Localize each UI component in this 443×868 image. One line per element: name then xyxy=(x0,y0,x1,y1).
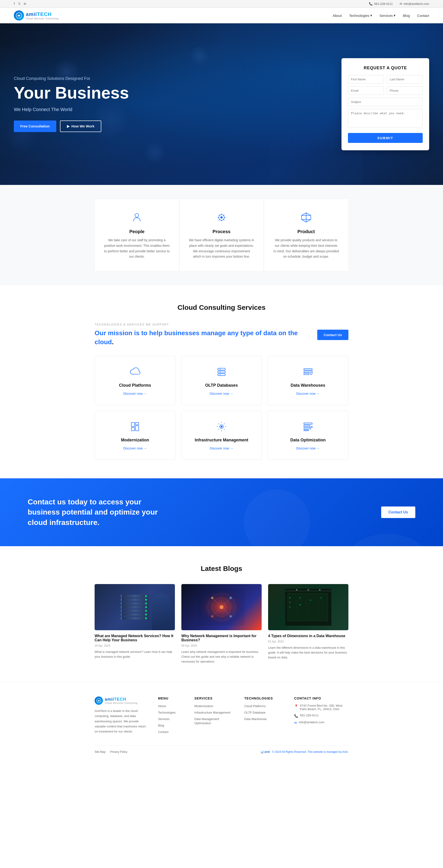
description-wrap xyxy=(348,109,423,128)
footer-menu-title: MENU xyxy=(158,696,185,700)
contact-us-button-1[interactable]: Contact Us xyxy=(317,330,348,340)
svg-rect-18 xyxy=(304,425,310,427)
svg-point-44 xyxy=(320,597,321,598)
footer-link-about[interactable]: About xyxy=(158,704,166,708)
service-modernization[interactable]: Modernization Discover now → xyxy=(95,411,176,460)
linkedin-icon[interactable]: in xyxy=(24,2,26,5)
last-name-input[interactable] xyxy=(387,75,423,84)
svg-point-1 xyxy=(18,15,20,17)
hero-tagline: We Help Connect The World xyxy=(14,107,152,112)
pillar-process: Process We have efficient digital market… xyxy=(179,199,264,271)
service-data-warehouses[interactable]: Data Warehouses Discover now → xyxy=(267,356,348,405)
svg-rect-6 xyxy=(218,371,225,373)
server-unit xyxy=(121,595,149,597)
footer-link-data-warehouse[interactable]: Data Warehouse xyxy=(244,717,267,721)
footer-menu-links: About Technologies Services Blog Contact xyxy=(158,704,185,734)
description-input[interactable] xyxy=(348,109,423,127)
nav-services[interactable]: Services ▾ xyxy=(380,13,396,18)
first-name-input[interactable] xyxy=(348,75,384,84)
social-links: f 𝕏 in xyxy=(14,2,26,5)
footer-link-cloud-platforms[interactable]: Cloud Platforms xyxy=(244,704,265,708)
hero-buttons: Free Consultation ▶ How We Work xyxy=(14,121,152,132)
service-cloud-platforms[interactable]: Cloud Platforms Discover now → xyxy=(95,356,176,405)
service-infrastructure[interactable]: Infrastructure Management Discover now → xyxy=(181,411,262,460)
service-data-optimization[interactable]: Data Optimization Discover now → xyxy=(267,411,348,460)
blog-post-3[interactable]: 4 Types of Dimensions in a Data Warehous… xyxy=(268,584,348,664)
cloud-platforms-icon xyxy=(128,366,141,378)
mission-left: TECHNOLOGIES & SERVICES WE SUPPORT Our m… xyxy=(95,323,317,346)
pillars-grid: People We take care of our staff by prom… xyxy=(95,199,348,271)
submit-button[interactable]: SUBMIT xyxy=(348,133,423,143)
blog-img-2 xyxy=(181,584,262,630)
email-input[interactable] xyxy=(348,86,384,95)
contact-us-button-2[interactable]: Contact Us xyxy=(381,506,415,518)
footer-link-technologies[interactable]: Technologies xyxy=(158,711,176,714)
server-unit xyxy=(121,606,149,609)
footer-tech-links: Cloud Platforms OLTP Database Data Wareh… xyxy=(244,704,285,721)
phone-input[interactable] xyxy=(387,86,423,95)
how-we-work-button[interactable]: ▶ How We Work xyxy=(60,121,101,132)
svg-point-39 xyxy=(289,602,290,603)
svg-point-16 xyxy=(221,426,222,427)
svg-rect-20 xyxy=(304,430,309,431)
modernization-link[interactable]: Discover now → xyxy=(123,446,147,450)
oltp-link[interactable]: Discover now → xyxy=(210,392,233,396)
site-map-link[interactable]: Site Map xyxy=(95,750,105,753)
pillar-people-title: People xyxy=(104,229,170,234)
svg-rect-13 xyxy=(135,423,139,425)
footer-link-infra[interactable]: Infrastructure Management xyxy=(194,711,230,714)
data-optimization-link[interactable]: Discover now → xyxy=(296,446,320,450)
footer-email-text: info@amiitech.com xyxy=(299,720,324,724)
nav-blog[interactable]: Blog xyxy=(403,13,410,18)
privacy-link[interactable]: Privacy Policy xyxy=(110,750,127,753)
phone-item: 📞 561-228-4111 xyxy=(369,2,393,5)
pillar-product-desc: We provide quality products and services… xyxy=(273,238,339,259)
pillar-people-desc: We take care of our staff by promoting a… xyxy=(104,238,170,259)
logo-sub: Cloud Services Consulting xyxy=(26,17,59,20)
svg-rect-10 xyxy=(304,373,309,375)
contact-row xyxy=(348,86,423,95)
subject-input[interactable] xyxy=(348,98,423,106)
network-svg xyxy=(198,589,245,626)
svg-point-38 xyxy=(289,597,290,598)
footer-services-col: SERVICES Modernization Infrastructure Ma… xyxy=(194,696,235,736)
cta-banner: Contact us today to access your business… xyxy=(0,478,443,546)
svg-rect-34 xyxy=(287,593,297,621)
datacenter-svg xyxy=(285,589,331,626)
phone-icon: 📞 xyxy=(294,714,298,718)
service-oltp-databases[interactable]: OLTP Databases Discover now → xyxy=(181,356,262,405)
footer-logo-text: amiiTECH Cloud Services Consulting xyxy=(105,697,137,704)
footer-link-data-mgmt[interactable]: Data Management Optimization xyxy=(194,717,219,725)
logo[interactable]: amiiTECH Cloud Services Consulting xyxy=(14,10,59,21)
footer-link-modernization[interactable]: Modernization xyxy=(194,704,214,708)
cloud-platforms-link[interactable]: Discover now → xyxy=(123,392,147,396)
blog-post-2[interactable]: Why Network Management is Important for … xyxy=(181,584,262,664)
footer-link-contact[interactable]: Contact xyxy=(158,730,168,734)
pillar-product: Product We provide quality products and … xyxy=(264,199,348,271)
nav-about[interactable]: About xyxy=(333,13,342,18)
chevron-down-icon: ▾ xyxy=(393,13,395,18)
footer-phone-text: 561-228-4111 xyxy=(300,714,319,717)
footer-about: AmiiTech is a leader in the cloud comput… xyxy=(95,709,149,734)
server-unit xyxy=(121,610,149,612)
nav-technologies[interactable]: Technologies ▾ xyxy=(349,13,372,18)
servers-visual xyxy=(95,584,175,630)
subject-field xyxy=(348,98,423,106)
footer-link-blog[interactable]: Blog xyxy=(158,724,164,727)
footer-logo-sub: Cloud Services Consulting xyxy=(105,702,137,704)
mission-row: TECHNOLOGIES & SERVICES WE SUPPORT Our m… xyxy=(95,323,348,346)
facebook-icon[interactable]: f xyxy=(14,2,15,5)
blogs-grid: What are Managed Network Services? How I… xyxy=(95,584,348,664)
footer-link-oltp[interactable]: OLTP Database xyxy=(244,711,265,714)
footer-link-services[interactable]: Services xyxy=(158,717,169,721)
name-row xyxy=(348,75,423,84)
data-warehouses-link[interactable]: Discover now → xyxy=(296,392,320,396)
free-consultation-button[interactable]: Free Consultation xyxy=(14,121,56,132)
svg-point-2 xyxy=(135,214,139,217)
modernization-icon xyxy=(128,420,141,433)
twitter-icon[interactable]: 𝕏 xyxy=(18,2,21,5)
blog-post-1[interactable]: What are Managed Network Services? How I… xyxy=(95,584,175,664)
infrastructure-link[interactable]: Discover now → xyxy=(210,446,233,450)
nav-contact[interactable]: Contact xyxy=(417,13,429,18)
svg-rect-37 xyxy=(319,593,328,621)
